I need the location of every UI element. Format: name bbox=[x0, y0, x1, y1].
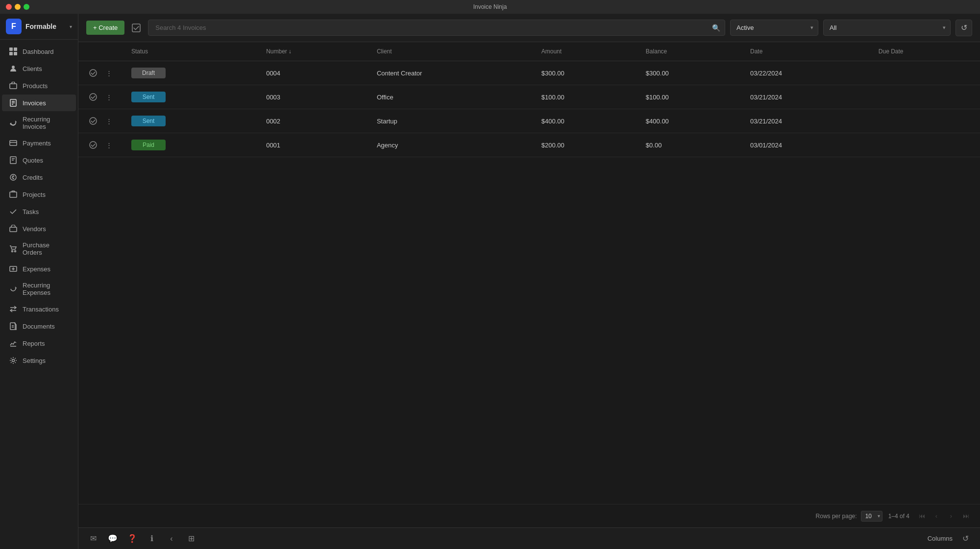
svg-point-33 bbox=[90, 70, 97, 76]
bottom-refresh-icon[interactable]: ↺ bbox=[958, 532, 972, 546]
row-balance-3: $0.00 bbox=[638, 133, 742, 157]
help-icon[interactable]: ❓ bbox=[125, 532, 139, 546]
sidebar-label-recurring-invoices: Recurring Invoices bbox=[23, 116, 69, 130]
columns-button[interactable]: Columns bbox=[928, 535, 953, 542]
chat-icon[interactable]: 💬 bbox=[106, 532, 120, 546]
row-due-date-0 bbox=[871, 61, 980, 85]
col-header-date: Date bbox=[742, 42, 871, 61]
row-check-icon-1[interactable] bbox=[86, 90, 100, 104]
first-page-button[interactable]: ⏮ bbox=[915, 510, 928, 523]
email-icon[interactable]: ✉ bbox=[86, 532, 100, 546]
info-icon[interactable]: ℹ bbox=[145, 532, 159, 546]
row-check-icon-2[interactable] bbox=[86, 114, 100, 128]
collapse-sidebar-button[interactable]: ‹ bbox=[165, 532, 178, 546]
purchase-orders-icon bbox=[9, 244, 18, 253]
maximize-dot[interactable] bbox=[24, 4, 29, 10]
create-button[interactable]: + Create bbox=[86, 21, 124, 35]
sidebar-header[interactable]: F Formable ▾ bbox=[0, 14, 78, 40]
row-client-3: Agency bbox=[369, 133, 534, 157]
sidebar-item-clients[interactable]: Clients bbox=[2, 60, 76, 77]
table-row[interactable]: ⋮ Sent0002Startup$400.00$400.0003/21/202… bbox=[78, 109, 980, 133]
app-title: Invoice Ninja bbox=[473, 3, 507, 10]
sidebar-item-recurring-invoices[interactable]: Recurring Invoices bbox=[2, 112, 76, 134]
sidebar-item-vendors[interactable]: Vendors bbox=[2, 220, 76, 237]
tasks-icon bbox=[9, 207, 18, 216]
all-select[interactable]: All bbox=[823, 20, 951, 36]
app-layout: F Formable ▾ Dashboard Clients Products … bbox=[0, 14, 980, 549]
row-status-2: Sent bbox=[123, 109, 258, 133]
sidebar-item-tasks[interactable]: Tasks bbox=[2, 203, 76, 220]
row-balance-0: $300.00 bbox=[638, 61, 742, 85]
last-page-button[interactable]: ⏭ bbox=[959, 510, 972, 523]
sidebar-label-invoices: Invoices bbox=[23, 99, 46, 107]
rows-per-page-label: Rows per page: bbox=[816, 513, 857, 520]
table-row[interactable]: ⋮ Sent0003Office$100.00$100.0003/21/2024 bbox=[78, 85, 980, 109]
sidebar-item-transactions[interactable]: Transactions bbox=[2, 301, 76, 317]
invoices-table: StatusNumber↓ClientAmountBalanceDateDue … bbox=[78, 42, 980, 157]
svg-point-36 bbox=[90, 142, 97, 148]
row-more-icon-2[interactable]: ⋮ bbox=[102, 114, 116, 128]
bulk-select-checkbox[interactable] bbox=[129, 21, 143, 35]
sidebar-item-products[interactable]: Products bbox=[2, 77, 76, 94]
close-dot[interactable] bbox=[6, 4, 12, 10]
invoices-icon bbox=[9, 98, 18, 107]
sidebar-item-quotes[interactable]: Quotes bbox=[2, 152, 76, 168]
sidebar-label-expenses: Expenses bbox=[23, 265, 50, 273]
next-page-button[interactable]: › bbox=[945, 510, 957, 523]
rows-per-page: Rows per page: 10 25 50 bbox=[816, 511, 882, 522]
row-check-icon-3[interactable] bbox=[86, 138, 100, 152]
sidebar-nav: Dashboard Clients Products Invoices Recu… bbox=[0, 40, 78, 549]
sidebar-item-recurring-expenses[interactable]: Recurring Expenses bbox=[2, 278, 76, 300]
table-header-row: StatusNumber↓ClientAmountBalanceDateDue … bbox=[78, 42, 980, 61]
status-select[interactable]: ActiveArchivedDeleted bbox=[730, 20, 818, 36]
sidebar-item-purchase-orders[interactable]: Purchase Orders bbox=[2, 238, 76, 260]
sidebar-item-payments[interactable]: Payments bbox=[2, 135, 76, 151]
row-due-date-1 bbox=[871, 85, 980, 109]
sidebar-item-expenses[interactable]: Expenses bbox=[2, 261, 76, 277]
row-balance-1: $100.00 bbox=[638, 85, 742, 109]
sidebar-item-invoices[interactable]: Invoices bbox=[2, 95, 76, 111]
svg-rect-27 bbox=[10, 323, 15, 330]
clients-icon bbox=[9, 64, 18, 73]
col-header-balance: Balance bbox=[638, 42, 742, 61]
sidebar-item-dashboard[interactable]: Dashboard bbox=[2, 43, 76, 60]
prev-page-button[interactable]: ‹ bbox=[930, 510, 943, 523]
svg-point-20 bbox=[12, 251, 13, 252]
sidebar-item-projects[interactable]: Projects bbox=[2, 186, 76, 203]
row-number-2: 0002 bbox=[258, 109, 369, 133]
sidebar-item-settings[interactable]: Settings bbox=[2, 352, 76, 369]
svg-point-35 bbox=[90, 118, 97, 124]
col-header-number[interactable]: Number↓ bbox=[258, 42, 369, 61]
row-balance-2: $400.00 bbox=[638, 109, 742, 133]
refresh-button[interactable]: ↺ bbox=[956, 20, 972, 36]
row-more-icon-3[interactable]: ⋮ bbox=[102, 138, 116, 152]
minimize-dot[interactable] bbox=[15, 4, 21, 10]
bottom-icons: ✉ 💬 ❓ ℹ ‹ ⊞ bbox=[86, 532, 198, 546]
row-amount-1: $100.00 bbox=[534, 85, 638, 109]
svg-rect-0 bbox=[9, 48, 13, 51]
search-input[interactable] bbox=[148, 20, 725, 36]
sidebar-item-credits[interactable]: Credits bbox=[2, 169, 76, 186]
search-icon[interactable]: 🔍 bbox=[712, 24, 720, 32]
transactions-icon bbox=[9, 305, 18, 313]
row-more-icon-0[interactable]: ⋮ bbox=[102, 66, 116, 80]
table-row[interactable]: ⋮ Paid0001Agency$200.00$0.0003/01/2024 bbox=[78, 133, 980, 157]
svg-rect-19 bbox=[10, 227, 17, 232]
sidebar-brand: Formable bbox=[25, 23, 66, 30]
row-actions-2: ⋮ bbox=[78, 109, 123, 133]
col-header-due_date: Due Date bbox=[871, 42, 980, 61]
grid-icon[interactable]: ⊞ bbox=[184, 532, 198, 546]
svg-point-4 bbox=[12, 66, 15, 69]
row-more-icon-1[interactable]: ⋮ bbox=[102, 90, 116, 104]
col-header-amount: Amount bbox=[534, 42, 638, 61]
rows-per-page-select[interactable]: 10 25 50 bbox=[861, 511, 882, 522]
sidebar-item-reports[interactable]: Reports bbox=[2, 335, 76, 352]
row-actions-3: ⋮ bbox=[78, 133, 123, 157]
svg-point-15 bbox=[10, 174, 16, 180]
table-row[interactable]: ⋮ Draft0004Content Creator$300.00$300.00… bbox=[78, 61, 980, 85]
products-icon bbox=[9, 81, 18, 90]
sidebar-item-documents[interactable]: Documents bbox=[2, 318, 76, 334]
row-check-icon-0[interactable] bbox=[86, 66, 100, 80]
row-due-date-3 bbox=[871, 133, 980, 157]
main-content: + Create 🔍 ActiveArchivedDeleted All ↺ bbox=[78, 14, 980, 549]
